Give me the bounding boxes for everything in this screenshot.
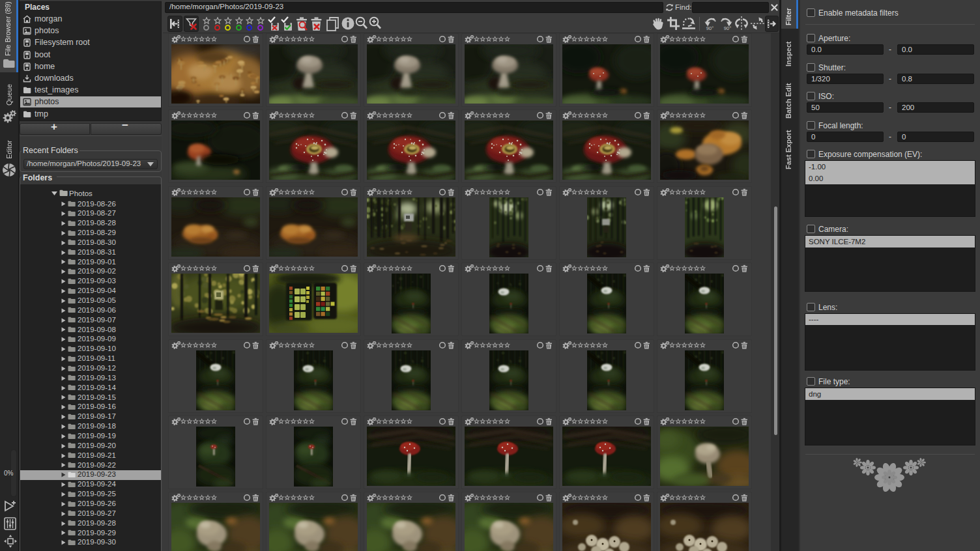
svg-text:90°: 90°	[706, 25, 713, 31]
svg-text:90°: 90°	[724, 25, 731, 31]
